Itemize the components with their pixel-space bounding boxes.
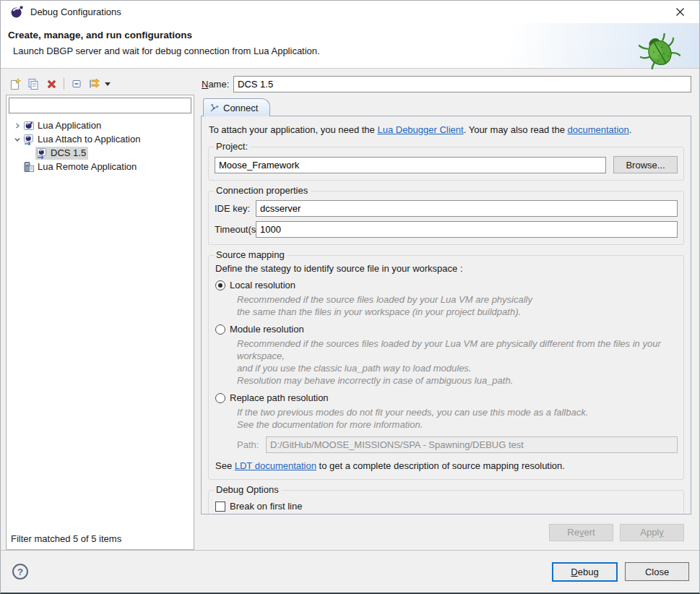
connection-group-title: Connection properties <box>215 185 311 196</box>
browse-button[interactable]: Browse... <box>613 156 678 173</box>
timeout-input[interactable] <box>256 221 678 238</box>
chevron-right-icon[interactable] <box>12 123 22 129</box>
title-bar: Debug Configurations <box>1 1 699 23</box>
filter-input[interactable] <box>9 98 191 113</box>
bottom-button-bar: ? Debug Close <box>1 551 699 593</box>
toolbar-separator <box>64 78 64 90</box>
sidebar-toolbar <box>6 75 194 95</box>
option-local-resolution: Local resolution Recommended if the sour… <box>215 280 678 318</box>
ldt-documentation-link[interactable]: LDT documentation <box>235 460 316 471</box>
project-group: Project: Browse... <box>208 147 684 181</box>
module-resolution-radio[interactable] <box>215 324 225 335</box>
revert-button: Revert <box>549 524 613 541</box>
help-icon[interactable]: ? <box>12 564 28 580</box>
option-description: If the two previous modes do not fit you… <box>237 406 678 431</box>
debug-options-group: Debug Options Break on first line Enable… <box>208 490 684 515</box>
path-input <box>266 436 678 453</box>
debug-options-title: Debug Options <box>215 484 282 495</box>
option-replace-path-resolution: Replace path resolution If the two previ… <box>215 392 678 453</box>
option-description: Recommended if the sources files loaded … <box>237 337 678 387</box>
configurations-sidebar: Lua Application <box>6 75 194 550</box>
debug-button[interactable]: Debug <box>552 562 618 582</box>
tree-item-dcs-15[interactable]: DCS 1.5 <box>7 146 194 160</box>
close-button[interactable]: Close <box>625 562 689 581</box>
intro-text: To attach your application, you need the… <box>209 124 684 135</box>
option-description: Recommended if the source files loaded b… <box>237 293 678 318</box>
tree-item-label: Lua Application <box>38 120 101 131</box>
window-title: Debug Configurations <box>30 7 121 17</box>
tree-item-label: Lua Attach to Application <box>38 134 140 145</box>
configurations-panel: Lua Application <box>6 95 194 550</box>
configuration-form: Name: Connect <box>201 75 693 550</box>
tree-item-lua-attach[interactable]: Lua Attach to Application <box>7 132 194 146</box>
debug-configurations-dialog: Debug Configurations Create, manage, and… <box>0 0 700 594</box>
tree-item-label: DCS 1.5 <box>51 147 86 158</box>
tree-item-lua-remote[interactable]: Lua Remote Application <box>7 160 194 173</box>
close-icon[interactable] <box>672 4 688 20</box>
banner-subtitle: Launch DBGP server and wait for debug co… <box>1 40 699 56</box>
tab-connect[interactable]: Connect <box>203 98 270 116</box>
checkbox-label[interactable]: Break on first line <box>230 501 302 512</box>
filter-status: Filter matched 5 of 5 items <box>7 530 194 549</box>
lua-remote-icon <box>23 161 35 173</box>
duplicate-configuration-icon[interactable] <box>27 77 40 90</box>
break-on-first-line-checkbox[interactable] <box>215 502 225 512</box>
chevron-down-icon[interactable] <box>12 137 22 142</box>
radio-label[interactable]: Module resolution <box>230 324 304 335</box>
ide-key-label: IDE key: <box>215 203 256 214</box>
documentation-link[interactable]: documentation <box>568 124 629 135</box>
source-mapping-group: Source mapping Define the stategy to ide… <box>208 255 684 480</box>
name-label: Name: <box>202 79 233 90</box>
connect-tab-content: To attach your application, you need the… <box>201 116 691 515</box>
apply-button: Apply <box>620 524 684 541</box>
option-module-resolution: Module resolution Recommended if the sou… <box>215 324 678 387</box>
filter-configurations-icon[interactable] <box>88 77 101 90</box>
delete-configuration-icon[interactable] <box>45 77 58 90</box>
ide-key-input[interactable] <box>256 200 678 217</box>
bug-icon <box>639 33 680 69</box>
app-icon <box>10 5 24 19</box>
tab-label: Connect <box>223 103 258 113</box>
connect-icon <box>209 103 220 113</box>
local-resolution-radio[interactable] <box>215 280 225 290</box>
tab-folder: Connect To attach your application, you … <box>201 98 691 515</box>
connection-properties-group: Connection properties IDE key: Timeout(s… <box>208 191 684 245</box>
project-group-title: Project: <box>215 141 251 152</box>
lua-application-icon <box>23 120 35 132</box>
menu-dropdown-icon[interactable] <box>105 82 111 86</box>
lua-debugger-client-link[interactable]: Lua Debugger Client <box>377 124 463 135</box>
replace-path-resolution-radio[interactable] <box>215 393 225 403</box>
configurations-tree: Lua Application <box>7 116 194 530</box>
tree-item-label: Lua Remote Application <box>38 161 137 172</box>
header-banner: Create, manage, and run configurations L… <box>1 23 699 69</box>
project-input[interactable] <box>215 157 606 173</box>
see-documentation-text: See LDT documentation to get a complete … <box>215 460 678 471</box>
collapse-all-icon[interactable] <box>70 77 83 90</box>
path-label: Path: <box>237 439 266 450</box>
revert-apply-row: Revert Apply <box>201 515 693 550</box>
source-mapping-title: Source mapping <box>215 249 288 260</box>
banner-title: Create, manage, and run configurations <box>1 23 699 40</box>
timeout-label: Timeout(s): <box>215 224 256 235</box>
name-input[interactable] <box>233 76 691 92</box>
tree-item-lua-application[interactable]: Lua Application <box>7 119 194 132</box>
lua-attach-icon <box>36 147 48 159</box>
radio-label[interactable]: Local resolution <box>230 280 295 290</box>
source-mapping-intro: Define the stategy to identify source fi… <box>215 263 678 274</box>
lua-attach-icon <box>23 134 35 145</box>
radio-label[interactable]: Replace path resolution <box>230 392 329 403</box>
main-area: Lua Application <box>1 69 699 551</box>
new-configuration-icon[interactable] <box>9 77 22 90</box>
